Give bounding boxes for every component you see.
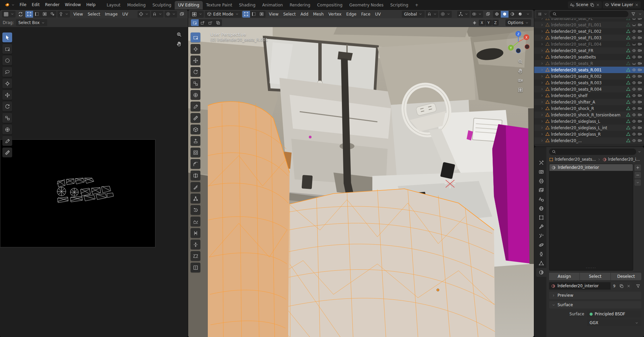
eye-visibility-icon[interactable] xyxy=(632,23,636,27)
tool-move[interactable] xyxy=(191,55,200,65)
uv-canvas[interactable] xyxy=(0,27,188,337)
workspace-tab-geometry-nodes[interactable]: Geometry Nodes xyxy=(346,1,387,9)
outliner-row-lrdefender20-shifter-a[interactable]: lrdefender20_shifter_A xyxy=(534,99,644,105)
sticky-selection-dropdown[interactable] xyxy=(57,11,70,18)
outliner-row-lrdefender20-seat-fl[interactable]: lrdefender20_seat_FL xyxy=(534,18,644,22)
select-mode-edge[interactable] xyxy=(250,11,258,18)
properties-tab-output[interactable] xyxy=(536,177,546,185)
camera-render-visibility-icon[interactable] xyxy=(638,126,642,130)
eye-visibility-icon[interactable] xyxy=(632,100,636,104)
properties-tab-constraints[interactable] xyxy=(536,250,546,259)
menu-edit[interactable]: Edit xyxy=(29,1,42,8)
workspace-tab-shading[interactable]: Shading xyxy=(236,1,259,9)
select-mode-face[interactable] xyxy=(258,11,266,18)
disclosure-triangle-icon[interactable] xyxy=(540,36,544,40)
workspace-tab-animation[interactable]: Animation xyxy=(259,1,286,9)
properties-tab-material[interactable] xyxy=(536,268,546,277)
navigation-gizmo[interactable]: Z X Y xyxy=(506,30,530,55)
disclosure-triangle-icon[interactable] xyxy=(540,29,544,33)
disclosure-triangle-icon[interactable] xyxy=(540,132,544,136)
tool-inset-faces[interactable] xyxy=(191,148,200,157)
tool-shrink-fatten[interactable] xyxy=(191,240,200,249)
eye-visibility-icon[interactable] xyxy=(632,48,636,53)
properties-tab-object-data[interactable] xyxy=(536,259,546,268)
eye-visibility-icon[interactable] xyxy=(632,18,636,21)
eye-visibility-icon[interactable] xyxy=(632,29,636,33)
panel-preview[interactable]: Preview xyxy=(549,292,641,299)
outliner-row-lrdefender20-seat-fr[interactable]: lrdefender20_seat_FR xyxy=(534,47,644,54)
outliner-row-lrdefender20-shock-r[interactable]: lrdefender20_shock_R xyxy=(534,105,644,112)
outliner-row-lrdefender20-seat-fl-001[interactable]: lrdefender20_seat_FL.001 xyxy=(534,22,644,28)
camera-render-visibility-icon[interactable] xyxy=(638,55,642,59)
disclosure-triangle-icon[interactable] xyxy=(540,139,544,142)
camera-render-visibility-icon[interactable] xyxy=(638,81,642,85)
outliner-row-lrdefender20-shelf[interactable]: lrdefender20_shelf xyxy=(534,92,644,99)
menu-add[interactable]: Add xyxy=(298,11,311,18)
disclosure-triangle-icon[interactable] xyxy=(540,74,544,78)
transform-orientation-dropdown[interactable]: Global xyxy=(402,11,425,18)
gizmo-x-label[interactable]: X xyxy=(525,36,527,39)
mirror-axis-z[interactable]: Z xyxy=(492,20,499,26)
menu-view[interactable]: View xyxy=(267,11,281,18)
shading-material[interactable] xyxy=(509,11,516,18)
eye-visibility-icon[interactable] xyxy=(632,138,636,143)
eye-visibility-icon[interactable] xyxy=(632,61,636,66)
outliner-row-lrdefender20-sideglass-r[interactable]: lrdefender20_sideglass_R xyxy=(534,131,644,137)
camera-render-visibility-icon[interactable] xyxy=(638,100,642,104)
tool-shear[interactable] xyxy=(191,251,200,261)
camera-render-visibility-icon[interactable] xyxy=(638,42,642,46)
shading-options[interactable] xyxy=(524,11,532,18)
close-icon[interactable] xyxy=(635,3,639,7)
properties-tab-view-layer[interactable] xyxy=(536,186,546,195)
close-icon[interactable] xyxy=(596,3,600,7)
tool-cursor[interactable] xyxy=(2,78,12,88)
disclosure-triangle-icon[interactable] xyxy=(540,107,544,110)
menu-uv[interactable]: UV xyxy=(120,11,130,18)
outliner-row-lrdefender20-seat-fl-003[interactable]: lrdefender20_seat_FL.003 xyxy=(534,35,644,41)
uv-select-mode-island[interactable] xyxy=(49,11,56,18)
disclosure-triangle-icon[interactable] xyxy=(540,42,544,46)
gizmo-z-label[interactable]: Z xyxy=(517,32,519,36)
eye-visibility-icon[interactable] xyxy=(632,55,636,59)
tool-knife[interactable] xyxy=(191,182,200,192)
workspace-tab-sculpting[interactable]: Sculpting xyxy=(149,1,175,9)
pivot-dropdown[interactable] xyxy=(138,11,150,18)
disclosure-triangle-icon[interactable] xyxy=(540,113,544,117)
snap-dropdown[interactable] xyxy=(151,11,164,18)
outliner-row-lrdefender20-seats-r-001[interactable]: lrdefender20_seats_R.001 xyxy=(534,67,644,73)
drag-mode-dropdown[interactable]: Select Box xyxy=(16,19,47,26)
add-slot-button[interactable] xyxy=(635,164,641,171)
menu-face[interactable]: Face xyxy=(359,11,373,18)
tool-bevel[interactable] xyxy=(191,159,200,169)
tool-loop-cut[interactable] xyxy=(191,171,200,180)
drag-mode-subtract[interactable] xyxy=(206,19,214,26)
outliner-row-lrdefender20-shock-r-torsionbeam[interactable]: lrdefender20_shock_R_torsionbeam xyxy=(534,112,644,118)
tool-scale[interactable] xyxy=(191,78,200,88)
disclosure-triangle-icon[interactable] xyxy=(540,18,544,20)
tool-select-lasso[interactable] xyxy=(2,67,12,77)
disclosure-triangle-icon[interactable] xyxy=(540,81,544,85)
camera-render-visibility-icon[interactable] xyxy=(638,113,642,117)
overlays-dropdown[interactable] xyxy=(471,11,483,18)
remove-slot-button[interactable] xyxy=(635,172,641,178)
mode-dropdown[interactable]: Edit Mode xyxy=(205,11,241,18)
zoom-icon[interactable] xyxy=(176,32,182,37)
workspace-tab-modeling[interactable]: Modeling xyxy=(124,1,149,9)
tool-scale[interactable] xyxy=(2,113,12,123)
camera-render-visibility-icon[interactable] xyxy=(638,87,642,91)
material-users-count[interactable]: 9 xyxy=(611,282,618,290)
drag-mode-new[interactable] xyxy=(191,19,199,26)
outliner-row-lrdefender20-seats-r[interactable]: lrdefender20_seats_R xyxy=(534,60,644,67)
gizmo-y-label[interactable]: Y xyxy=(510,46,512,50)
outliner-row-lrdefender20-seat-fl-004[interactable]: lrdefender20_seat_FL.004 xyxy=(534,41,644,47)
outliner-filter-button[interactable] xyxy=(629,11,637,18)
viewport-canvas[interactable]: User Perspective (0) lrdefender20_seats_… xyxy=(188,27,534,337)
properties-search-input[interactable] xyxy=(558,150,634,154)
camera-render-visibility-icon[interactable] xyxy=(638,61,642,66)
material-name-field[interactable]: lrdefender20_interior xyxy=(549,282,611,290)
tool-add-cube[interactable] xyxy=(191,125,200,134)
menu-help[interactable]: Help xyxy=(83,1,98,8)
tool-select-box[interactable] xyxy=(2,44,12,54)
eye-visibility-icon[interactable] xyxy=(632,126,636,130)
camera-render-visibility-icon[interactable] xyxy=(638,23,642,27)
